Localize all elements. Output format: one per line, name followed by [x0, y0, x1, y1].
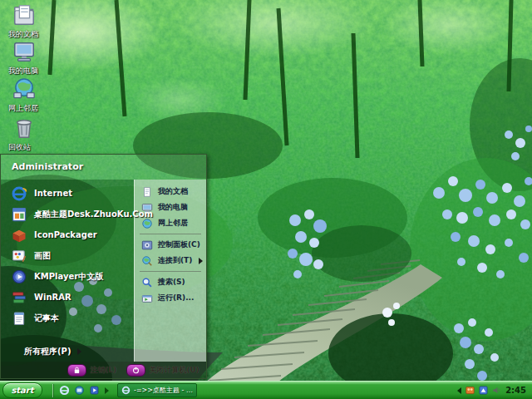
start-menu-item-zhuoku-theme[interactable]: 桌酷主题Desk.ZhuoKu.Com [1, 204, 134, 224]
ie-icon [121, 386, 131, 395]
connect-to-icon [141, 255, 153, 267]
start-menu-item-my-documents[interactable]: 我的文档 [135, 184, 206, 200]
start-menu-item-winrar[interactable]: WinRAR [1, 287, 134, 308]
internet-explorer-icon [11, 185, 27, 202]
control-panel-icon [141, 239, 153, 251]
start-menu-item-kmplayer[interactable]: KMPlayer中文版 [1, 266, 134, 287]
run-icon [141, 293, 153, 304]
network-places-icon [12, 76, 37, 101]
taskbar-clock[interactable]: 2:45 [505, 386, 526, 395]
start-menu-user-name: Administrator [1, 155, 206, 180]
tray-chevron-icon[interactable] [457, 387, 461, 394]
start-menu-item-internet[interactable]: Internet [1, 183, 134, 204]
power-icon [126, 364, 145, 377]
taskbar-divider [52, 384, 53, 397]
iconpackager-icon [11, 227, 27, 244]
submenu-arrow-icon [77, 348, 81, 355]
winrar-icon [11, 289, 27, 306]
desktop-icon-my-documents[interactable]: 我的文档 [2, 2, 68, 40]
start-menu-item-run[interactable]: 运行(R)... [135, 290, 206, 306]
task-button-zhuoku[interactable]: -=>>桌酷主题 - Mi... [117, 383, 197, 397]
submenu-arrow-icon [199, 258, 203, 264]
start-menu-item-notepad[interactable]: 记事本 [1, 308, 134, 328]
start-menu-item-connect-to[interactable]: 连接到(T) [135, 253, 206, 268]
my-computer-icon [12, 39, 37, 64]
start-menu-left-column: Internet 桌酷主题Desk.ZhuoKu.Com IconPackage… [1, 180, 134, 362]
volume-icon[interactable] [492, 386, 501, 395]
start-menu-footer: 注销(L) 关闭计算机(U) [1, 362, 206, 378]
recycle-bin-icon [12, 116, 37, 140]
start-menu-item-iconpackager[interactable]: IconPackager [1, 224, 134, 245]
menu-separator [140, 271, 201, 272]
tray-app-blue-icon[interactable] [479, 386, 488, 395]
all-programs-button[interactable]: 所有程序(P) [24, 346, 81, 357]
kmplayer-icon [11, 268, 27, 285]
shut-down-button[interactable]: 关闭计算机(U) [126, 364, 200, 377]
start-menu-item-paint[interactable]: 画图 [1, 245, 134, 266]
start-menu-item-control-panel[interactable]: 控制面板(C) [135, 237, 206, 253]
start-button[interactable]: start [2, 382, 42, 398]
zhuoku-theme-icon [11, 206, 27, 223]
desktop-icon-network-places[interactable]: 网上邻居 [2, 76, 68, 114]
my-documents-icon [12, 2, 37, 27]
desktop-icon-label: 回收站 [8, 142, 31, 153]
desktop-icon-label: 网上邻居 [8, 103, 38, 114]
media-player-icon[interactable] [88, 384, 101, 397]
notepad-icon [11, 310, 27, 327]
desktop-icon-recycle-bin[interactable]: 回收站 [2, 116, 68, 153]
system-tray: 2:45 [457, 386, 532, 395]
menu-separator [140, 234, 201, 234]
start-menu-right-column: 我的文档 我的电脑 网上邻居 [134, 180, 206, 362]
show-desktop-icon[interactable] [73, 384, 86, 397]
desktop-icon-my-computer[interactable]: 我的电脑 [2, 39, 68, 76]
tray-app-orange-icon[interactable] [466, 386, 475, 395]
quick-launch-overflow-icon[interactable] [105, 387, 109, 394]
start-menu: Administrator Internet 桌酷主题Desk.ZhuoKu.C… [0, 154, 207, 379]
start-menu-item-search[interactable]: 搜索(S) [135, 274, 206, 290]
my-documents-icon [141, 186, 153, 198]
ie-quicklaunch-icon[interactable] [58, 384, 71, 397]
desktop-icon-label: 我的电脑 [8, 66, 38, 76]
search-icon [141, 277, 153, 288]
log-off-button[interactable]: 注销(L) [67, 364, 116, 377]
taskbar: start -=>>桌酷主题 - Mi... [0, 381, 532, 399]
quick-launch-bar [50, 384, 109, 397]
log-off-icon [67, 364, 86, 377]
paint-icon [11, 248, 27, 264]
